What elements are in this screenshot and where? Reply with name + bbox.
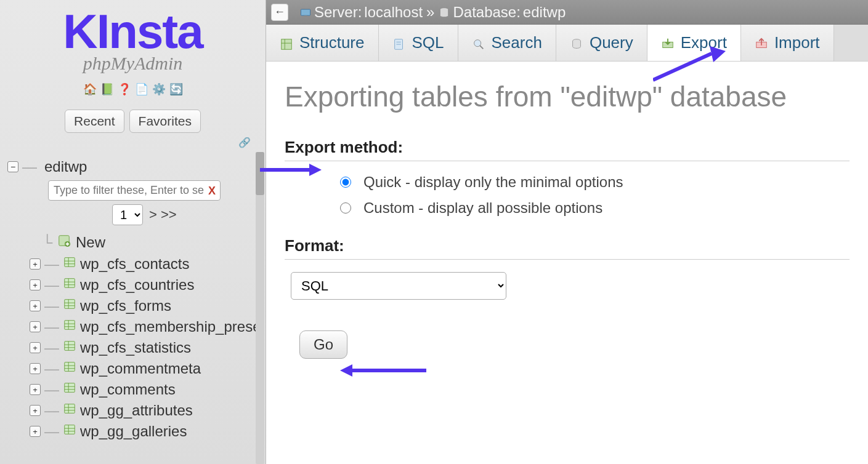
table-name-label: wp_cfs_statistics <box>80 339 191 356</box>
content-area: Exporting tables from "editwp" database … <box>266 62 868 377</box>
tree-line-icon: — <box>44 360 59 377</box>
docs-icon[interactable]: 📄 <box>135 82 148 96</box>
server-icon <box>299 4 312 21</box>
tab-query[interactable]: Query <box>556 25 647 61</box>
tab-search[interactable]: Search <box>458 25 556 61</box>
svg-rect-39 <box>301 9 310 15</box>
annotation-arrow-go <box>340 363 426 378</box>
table-row[interactable]: + — wp_gg_attributes <box>30 400 263 421</box>
tab-label: SQL <box>412 33 444 52</box>
sidebar-scrollbar[interactable] <box>256 152 264 464</box>
radio-quick-label: Quick - display only the minimal options <box>363 174 623 191</box>
expand-icon[interactable]: + <box>30 426 41 437</box>
table-row[interactable]: + — wp_gg_galleries <box>30 421 263 442</box>
svg-rect-42 <box>282 39 292 49</box>
table-name-label: wp_cfs_contacts <box>80 255 189 273</box>
format-select[interactable]: SQL <box>291 272 506 300</box>
tab-label: Query <box>590 33 633 52</box>
help-icon[interactable]: ❓ <box>118 82 131 96</box>
tree-pager-next[interactable]: > >> <box>149 207 177 223</box>
table-icon <box>63 423 76 440</box>
tab-label: Export <box>681 33 727 52</box>
db-value[interactable]: editwp <box>523 4 566 21</box>
breadcrumb: ← Server: localhost » Database: editwp <box>266 0 868 25</box>
table-row[interactable]: + — wp_commentmeta <box>30 358 263 379</box>
radio-custom-label: Custom - display all possible options <box>363 199 602 217</box>
tab-export[interactable]: Export <box>647 25 741 61</box>
phpmyadmin-subtitle: phpMyAdmin <box>0 53 266 74</box>
go-button[interactable]: Go <box>299 330 347 359</box>
search-icon <box>472 36 485 50</box>
tree-line-icon: — <box>44 255 59 273</box>
expand-icon[interactable]: + <box>30 258 41 270</box>
settings-icon[interactable]: ⚙️ <box>152 82 166 96</box>
query-icon <box>570 36 583 50</box>
export-method-custom[interactable]: Custom - display all possible options <box>340 199 850 217</box>
exit-icon[interactable]: 📗 <box>100 82 114 96</box>
expand-icon[interactable]: + <box>30 321 41 332</box>
db-name-label: editwp <box>44 158 87 175</box>
table-icon <box>63 276 76 294</box>
table-name-label: wp_comments <box>80 381 176 398</box>
tree-line-icon: — <box>44 423 59 440</box>
collapse-icon[interactable]: − <box>7 161 18 172</box>
db-label: Database: <box>453 4 520 21</box>
sidebar-toolbar: 🏠 📗 ❓ 📄 ⚙️ 🔄 <box>0 82 266 96</box>
svg-marker-54 <box>309 164 322 176</box>
tab-structure[interactable]: Structure <box>266 25 379 61</box>
expand-icon[interactable]: + <box>30 279 41 290</box>
table-icon <box>63 360 76 377</box>
table-name-label: wp_cfs_membership_prese <box>80 318 261 335</box>
expand-icon[interactable]: + <box>30 342 41 353</box>
table-row[interactable]: + — wp_cfs_countries <box>30 274 263 295</box>
radio-custom-input[interactable] <box>340 202 351 214</box>
favorites-button[interactable]: Favorites <box>129 110 201 133</box>
table-row[interactable]: + — wp_cfs_membership_prese <box>30 316 263 337</box>
table-name-label: wp_gg_galleries <box>80 423 187 440</box>
link-icon[interactable]: 🔗 <box>0 133 266 152</box>
clear-filter-icon[interactable]: X <box>208 184 216 197</box>
tab-import[interactable]: Import <box>741 25 834 61</box>
table-row[interactable]: + — wp_cfs_forms <box>30 295 263 316</box>
annotation-arrow-quick <box>260 162 322 177</box>
table-name-label: wp_commentmeta <box>80 360 201 377</box>
reload-icon[interactable]: 🔄 <box>169 82 183 96</box>
tab-sql[interactable]: SQL <box>379 25 458 61</box>
table-icon <box>63 339 76 356</box>
svg-rect-31 <box>65 404 75 414</box>
expand-icon[interactable]: + <box>30 384 41 395</box>
db-root-row[interactable]: − — editwp <box>7 157 263 177</box>
recent-button[interactable]: Recent <box>65 110 124 133</box>
server-value[interactable]: localhost <box>364 4 423 21</box>
tab-label: Import <box>774 33 820 52</box>
table-row[interactable]: + — wp_cfs_statistics <box>30 337 263 358</box>
radio-quick-input[interactable] <box>340 177 351 188</box>
svg-rect-19 <box>65 342 75 351</box>
new-table-row[interactable]: └ New <box>42 231 263 254</box>
svg-rect-15 <box>65 321 75 330</box>
export-icon <box>661 36 675 50</box>
new-icon <box>57 234 71 251</box>
tree-line-icon: — <box>44 339 59 356</box>
tree-filter-input[interactable] <box>48 180 221 201</box>
server-label: Server: <box>314 4 362 21</box>
tree-page-select[interactable]: 1 <box>112 204 143 225</box>
tree-line-icon: — <box>44 402 59 419</box>
db-tree: − — editwp X 1 > >> └ New + <box>0 152 266 464</box>
table-row[interactable]: + — wp_cfs_contacts <box>30 254 263 274</box>
tree-line-icon: — <box>44 318 59 335</box>
home-icon[interactable]: 🏠 <box>83 82 97 96</box>
tree-line-icon: └ <box>42 234 52 251</box>
tab-label: Search <box>492 33 542 52</box>
table-icon <box>63 255 76 273</box>
expand-icon[interactable]: + <box>30 405 41 416</box>
svg-rect-27 <box>65 383 75 393</box>
export-method-quick[interactable]: Quick - display only the minimal options <box>340 174 850 191</box>
tree-line-icon: — <box>44 381 59 398</box>
structure-icon <box>280 36 293 50</box>
expand-icon[interactable]: + <box>30 300 41 311</box>
back-button[interactable]: ← <box>271 4 288 21</box>
expand-icon[interactable]: + <box>30 363 41 374</box>
tab-label: Structure <box>299 33 365 52</box>
table-row[interactable]: + — wp_comments <box>30 379 263 400</box>
